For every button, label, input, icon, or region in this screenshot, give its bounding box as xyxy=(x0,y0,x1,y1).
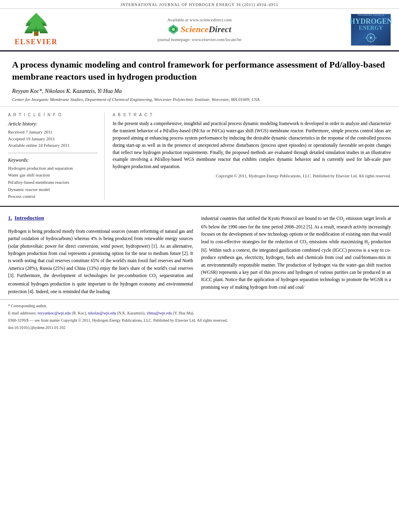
footnote-issn: 0360-3199/$ — see front matter Copyright… xyxy=(8,317,391,323)
elsevier-logo: ELSEVIER xyxy=(8,13,64,46)
svg-point-9 xyxy=(370,37,372,39)
footnote-corresponding: * Corresponding author. xyxy=(8,303,391,309)
svg-point-6 xyxy=(172,28,175,31)
journal-header: INTERNATIONAL JOURNAL OF HYDROGEN ENERGY… xyxy=(0,0,399,9)
sd-text: ScienceDirect xyxy=(181,24,231,35)
sciencedirect-logo: ScienceDirect xyxy=(64,24,335,35)
body-left-column: 1. Introduction Hydrogen is being produc… xyxy=(8,215,193,295)
section1-right-text: industrial countries that ratified the K… xyxy=(201,215,391,291)
article-authors: Reyyan Koc*, Nikolaos K. Kazantzis, Yi H… xyxy=(12,88,387,94)
svg-marker-3 xyxy=(27,13,46,29)
info-divider xyxy=(8,153,98,153)
journal-cover: International Journal of HYDROGEN ENERGY… xyxy=(351,14,391,46)
accepted-date: Accepted 19 January 2011 xyxy=(8,136,98,142)
sd-available-text: Available at www.sciencedirect.com xyxy=(64,17,335,22)
email-link-yhma[interactable]: yhma@wpi.edu xyxy=(146,311,172,315)
article-title: A process dynamic modeling and control f… xyxy=(12,59,387,82)
keyword-5: Process control xyxy=(8,193,98,200)
email-link-koc[interactable]: reyyankoc@wpi.edu xyxy=(37,311,71,315)
history-label: Article history: xyxy=(8,121,98,127)
footnote-doi: doi:10.1016/j.ijhydene.2011.01.102 xyxy=(8,325,391,331)
sd-logo-icon xyxy=(168,24,179,35)
keyword-1: Hydrogen production and separation xyxy=(8,165,98,172)
section-number: 1. xyxy=(8,215,12,221)
article-title-section: A process dynamic modeling and control f… xyxy=(0,51,399,107)
keywords-label: Keywords: xyxy=(8,157,98,163)
svg-rect-0 xyxy=(34,31,38,36)
article-info-column: A R T I C L E I N F O Article history: R… xyxy=(8,113,105,200)
section1-left-text: Hydrogen is being produced mostly from c… xyxy=(8,228,193,295)
article-info-label: A R T I C L E I N F O xyxy=(8,113,98,117)
footnote-email: E-mail addresses: reyyankoc@wpi.edu (R. … xyxy=(8,310,391,316)
keyword-2: Water gas shift reaction xyxy=(8,172,98,179)
abstract-label: A B S T R A C T xyxy=(113,113,391,117)
journal-homepage-text: journal homepage: www.elsevier.com/locat… xyxy=(64,37,335,42)
page-footer: * Corresponding author. E-mail addresses… xyxy=(0,299,399,334)
keyword-4: Dynamic reactor model xyxy=(8,186,98,193)
abstract-text: In the present study a comprehensive, in… xyxy=(113,120,391,170)
elsevier-tree-icon xyxy=(20,13,52,37)
elsevier-wordmark: ELSEVIER xyxy=(14,38,58,46)
elsevier-logo-container: ELSEVIER xyxy=(8,13,64,46)
banner-center: Available at www.sciencedirect.com Scien… xyxy=(64,17,335,42)
journal-cover-container: International Journal of HYDROGEN ENERGY… xyxy=(335,14,391,46)
keywords-list: Hydrogen production and separation Water… xyxy=(8,165,98,200)
received-date: Received 7 January 2011 xyxy=(8,129,98,136)
banner-row: ELSEVIER Available at www.sciencedirect.… xyxy=(0,9,399,51)
keyword-3: Pd/alloy-based membrane reactors xyxy=(8,179,98,186)
main-body: 1. Introduction Hydrogen is being produc… xyxy=(0,207,399,299)
email-link-nikolas[interactable]: nikolas@wpi.edu xyxy=(88,311,116,315)
copyright-text: Copyright © 2011, Hydrogen Energy Public… xyxy=(113,174,391,178)
body-right-column: industrial countries that ratified the K… xyxy=(201,215,391,295)
article-meta-section: A R T I C L E I N F O Article history: R… xyxy=(0,107,399,206)
journal-cover-graphic xyxy=(363,33,379,43)
article-affiliation: Center for Inorganic Membrane Studies, D… xyxy=(12,97,387,102)
section1-title: Introduction xyxy=(14,215,44,221)
available-date: Available online 24 February 2011 xyxy=(8,142,98,149)
abstract-column: A B S T R A C T In the present study a c… xyxy=(113,113,391,200)
